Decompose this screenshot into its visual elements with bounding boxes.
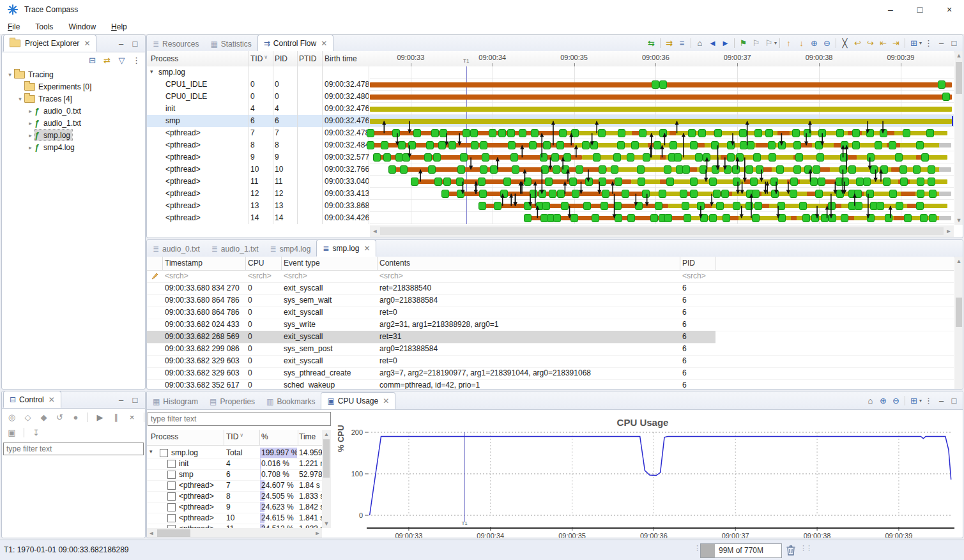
tab-resources[interactable]: ≣Resources — [147, 36, 204, 52]
view-menu-icon[interactable]: ⋮ — [922, 37, 935, 49]
show-legend-icon[interactable]: ≡ — [676, 37, 688, 49]
session-icon[interactable]: ◆ — [38, 411, 50, 423]
column-header-process[interactable]: Process — [151, 432, 178, 441]
expand-caret-icon[interactable]: ▾ — [150, 68, 153, 75]
maximize-view-icon[interactable]: □ — [129, 394, 141, 405]
tree-item-traces-4-[interactable]: ▾Traces [4] — [2, 93, 145, 105]
next-marker-icon[interactable]: ⚐ — [763, 37, 775, 49]
view-menu-icon[interactable]: ⋮ — [922, 395, 935, 406]
minimize-view-icon[interactable]: – — [115, 38, 127, 49]
process-row[interactable]: <pthread>111109:00:33.0404 — [147, 176, 369, 188]
expand-caret-icon[interactable]: ▾ — [149, 448, 153, 455]
dropdown-arrow-icon[interactable]: ▾ — [919, 40, 922, 46]
process-row[interactable]: <pthread>9909:00:32.5775 — [147, 151, 369, 163]
process-row[interactable]: <pthread>8809:00:32.4843 — [147, 139, 369, 151]
scroll-down-icon[interactable]: ▼ — [322, 520, 331, 527]
process-row[interactable]: <pthread>101009:00:32.7662 — [147, 163, 369, 176]
column-header-tid[interactable]: TID∨ — [250, 54, 268, 63]
import-icon[interactable]: ↧ — [30, 427, 42, 438]
event-row[interactable]: 09:00:33.682 268 5690exit_syscallret=316 — [147, 331, 715, 344]
close-tab-icon[interactable]: ✕ — [321, 39, 327, 48]
column-header-tid[interactable]: TID∨ — [226, 432, 243, 441]
close-view-icon[interactable]: ✕ — [84, 39, 90, 48]
row-checkbox[interactable] — [167, 492, 176, 501]
zoom-in-icon[interactable]: ⊕ — [877, 395, 889, 406]
row-checkbox[interactable] — [167, 503, 176, 511]
tab-bookmarks[interactable]: ▥Bookmarks — [261, 393, 321, 409]
event-row[interactable]: 09:00:33.680 834 2700exit_syscallret=218… — [147, 282, 954, 295]
maximize-icon[interactable]: □ — [948, 395, 960, 406]
pause-icon[interactable]: ∥ — [110, 411, 122, 423]
process-row[interactable]: <pthread>121209:00:33.4134 — [147, 188, 369, 200]
chevron-expanded-icon[interactable]: ▾ — [16, 96, 24, 102]
new-view-icon[interactable]: ⊞ — [908, 395, 920, 406]
search-hint-0[interactable]: <srch> — [165, 271, 188, 280]
event-row[interactable]: 09:00:33.680 864 7860sys_sem_waitarg0=21… — [147, 294, 954, 307]
move-up-icon[interactable]: ↑ — [783, 37, 795, 49]
usage-row[interactable]: ▾smp.logTotal199.997 %14.959 s — [147, 448, 322, 459]
row-checkbox[interactable] — [167, 514, 176, 522]
close-window-button[interactable]: × — [935, 0, 964, 19]
horizontal-scroll-thumb[interactable] — [157, 529, 190, 537]
tab-properties[interactable]: ▤Properties — [204, 393, 261, 409]
view-menu-icon[interactable]: ⋮ — [130, 54, 142, 66]
row-checkbox[interactable] — [167, 471, 176, 479]
close-tab-icon[interactable]: ✕ — [383, 397, 389, 405]
gantt-chart[interactable] — [370, 66, 954, 224]
last-event-icon[interactable]: ⇥ — [890, 37, 902, 49]
follow-prev-icon[interactable]: ↩ — [852, 37, 864, 49]
scroll-up-icon[interactable]: ▲ — [954, 52, 963, 59]
column-header-ptid[interactable]: PTID — [299, 54, 316, 63]
event-row[interactable]: 09:00:33.680 864 7860exit_syscallret=06 — [147, 306, 954, 319]
tab-audio-0-txt[interactable]: ≣audio_0.txt — [147, 241, 206, 257]
maximize-icon[interactable]: □ — [948, 37, 960, 49]
scroll-right-icon[interactable]: ► — [314, 529, 321, 538]
stop-icon[interactable]: × — [126, 411, 138, 423]
process-row[interactable]: <pthread>7709:00:32.4788 — [147, 127, 369, 139]
maximize-window-button[interactable]: □ — [905, 0, 935, 19]
menu-tools[interactable]: Tools — [27, 19, 61, 34]
scroll-left-icon[interactable]: ◄ — [148, 529, 155, 538]
cpu-usage-chart[interactable]: 010020009:00:3309:00:3409:00:3509:00:360… — [346, 427, 959, 538]
tab-project-explorer[interactable]: Project Explorer✕ — [3, 34, 96, 52]
tab-control-flow[interactable]: ⇉Control Flow✕ — [257, 34, 333, 52]
new-view-icon[interactable]: ⊞ — [908, 37, 920, 49]
process-row[interactable]: <pthread>131309:00:33.8687 — [147, 200, 369, 212]
event-row[interactable]: 09:00:33.682 329 6030sys_pthread_createa… — [147, 367, 954, 380]
column-header-birth-time[interactable]: Birth time — [325, 54, 357, 63]
column-header-contents[interactable]: Contents — [379, 259, 410, 268]
tree-item-audio-1-txt[interactable]: ▸ƒaudio_1.txt — [2, 117, 145, 129]
minimize-icon[interactable]: – — [935, 37, 947, 49]
column-header-cpu[interactable]: CPU — [248, 259, 264, 268]
tree-item-smp-log[interactable]: ▸ƒsmp.log — [2, 129, 145, 141]
vertical-scroll-thumb[interactable] — [323, 439, 330, 478]
usage-row[interactable]: <pthread>1024.615 %1.841 s — [147, 513, 322, 524]
usage-filter-input[interactable] — [148, 412, 331, 426]
scroll-right-icon[interactable]: ► — [945, 227, 953, 236]
tree-item-tracing[interactable]: ▾Tracing — [2, 68, 145, 80]
align-views-icon[interactable]: ⇆ — [645, 37, 657, 49]
usage-row[interactable]: init40.016 %1.221 ms — [147, 458, 322, 470]
reset-time-icon[interactable]: ⌂ — [694, 37, 706, 49]
row-checkbox[interactable] — [167, 481, 176, 490]
row-checkbox[interactable] — [160, 449, 168, 457]
drag-grip[interactable]: ⋮⋮ — [800, 544, 811, 552]
dropdown-arrow-icon[interactable]: ▾ — [774, 40, 777, 46]
optimize-icon[interactable]: ⇉ — [663, 37, 675, 49]
menu-help[interactable]: Help — [103, 19, 135, 34]
chevron-collapsed-icon[interactable]: ▸ — [26, 108, 34, 114]
next-state-icon[interactable]: ► — [719, 37, 731, 49]
event-row[interactable]: 09:00:33.682 352 6170sched_wakeupcomm=pt… — [147, 379, 954, 389]
reset-time-icon[interactable]: ⌂ — [864, 395, 876, 406]
usage-row[interactable]: <pthread>724.607 %1.84 s — [147, 480, 322, 492]
follow-next-icon[interactable]: ↪ — [864, 37, 876, 49]
add-bookmark-icon[interactable]: ⚑ — [737, 37, 749, 49]
zoom-in-icon[interactable]: ⊕ — [808, 37, 820, 49]
event-row[interactable]: 09:00:33.682 329 6030exit_syscallret=06 — [147, 355, 954, 368]
prev-marker-icon[interactable]: ⚐ — [750, 37, 762, 49]
process-row[interactable]: CPU0_IDLE0009:00:32.4800 — [147, 91, 369, 103]
chevron-expanded-icon[interactable]: ▾ — [6, 72, 14, 78]
close-tab-icon[interactable]: ✕ — [363, 244, 370, 253]
usage-row[interactable]: <pthread>824.505 %1.833 s — [147, 491, 322, 503]
tab-cpu-usage[interactable]: ▣CPU Usage✕ — [321, 392, 395, 409]
